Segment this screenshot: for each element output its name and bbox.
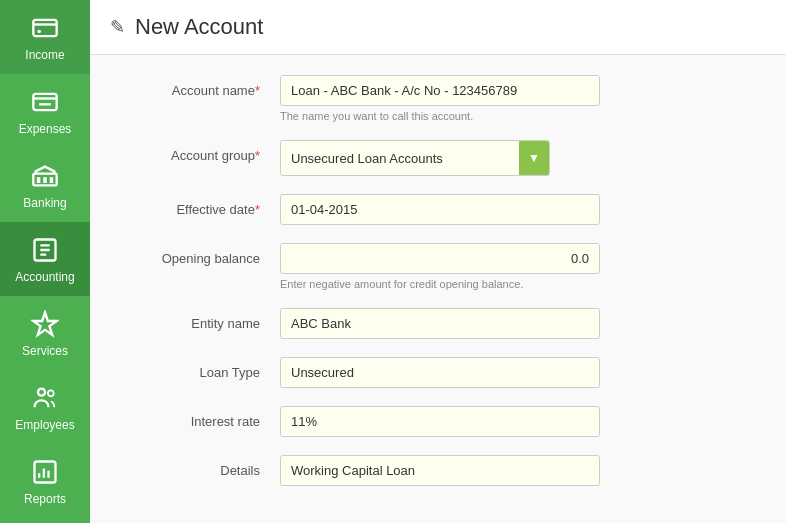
interest-rate-field [280,406,600,437]
account-name-label: Account name* [120,75,280,98]
sidebar-item-accounting[interactable]: Accounting [0,222,90,296]
expenses-icon [29,86,61,118]
sidebar-item-expenses-label: Expenses [19,122,72,136]
entity-name-label: Entity name [120,308,280,331]
sidebar-item-reports-label: Reports [24,492,66,506]
details-input[interactable] [280,455,600,486]
details-label: Details [120,455,280,478]
opening-balance-hint: Enter negative amount for credit opening… [280,278,600,290]
account-name-field: The name you want to call this account. [280,75,600,122]
interest-rate-label: Interest rate [120,406,280,429]
account-name-row: Account name* The name you want to call … [120,75,756,122]
svg-point-1 [37,30,41,34]
svg-point-8 [38,389,45,396]
sidebar-item-services[interactable]: Services [0,296,90,370]
loan-type-input[interactable] [280,357,600,388]
effective-date-field [280,194,600,225]
select-arrow-icon[interactable]: ▼ [519,141,549,175]
loan-type-row: Loan Type [120,357,756,388]
interest-rate-row: Interest rate [120,406,756,437]
account-group-label: Account group* [120,140,280,163]
sidebar-item-income-label: Income [25,48,64,62]
loan-type-label: Loan Type [120,357,280,380]
banking-icon [29,160,61,192]
svg-rect-5 [43,177,47,183]
loan-type-field [280,357,600,388]
sidebar-item-banking-label: Banking [23,196,66,210]
svg-rect-6 [50,177,54,183]
sidebar-item-employees-label: Employees [15,418,74,432]
details-row: Details [120,455,756,486]
employees-icon [29,382,61,414]
opening-balance-input[interactable] [280,243,600,274]
effective-date-input[interactable] [280,194,600,225]
sidebar: Income Expenses Banking Accounting Servi… [0,0,90,523]
interest-rate-input[interactable] [280,406,600,437]
entity-name-input[interactable] [280,308,600,339]
effective-date-label: Effective date* [120,194,280,217]
sidebar-item-income[interactable]: Income [0,0,90,74]
sidebar-item-reports[interactable]: Reports [0,444,90,518]
account-group-select[interactable]: Unsecured Loan AccountsSecured Loan Acco… [281,144,519,173]
sidebar-item-accounting-label: Accounting [15,270,74,284]
sidebar-item-employees[interactable]: Employees [0,370,90,444]
accounting-icon [29,234,61,266]
main-content: ✎ New Account Account name* The name you… [90,0,786,523]
svg-rect-2 [33,94,56,110]
account-name-input[interactable] [280,75,600,106]
opening-balance-row: Opening balance Enter negative amount fo… [120,243,756,290]
services-icon [29,308,61,340]
details-field [280,455,600,486]
svg-rect-4 [37,177,41,183]
entity-name-row: Entity name [120,308,756,339]
entity-name-field [280,308,600,339]
opening-balance-field: Enter negative amount for credit opening… [280,243,600,290]
sidebar-item-services-label: Services [22,344,68,358]
effective-date-row: Effective date* [120,194,756,225]
page-header: ✎ New Account [90,0,786,55]
svg-rect-0 [33,20,56,36]
new-account-form: Account name* The name you want to call … [90,55,786,523]
page-title: New Account [135,14,263,40]
account-group-field: Unsecured Loan AccountsSecured Loan Acco… [280,140,600,176]
account-group-select-wrapper: Unsecured Loan AccountsSecured Loan Acco… [280,140,550,176]
sidebar-item-banking[interactable]: Banking [0,148,90,222]
edit-icon: ✎ [110,16,125,38]
account-group-row: Account group* Unsecured Loan AccountsSe… [120,140,756,176]
sidebar-item-expenses[interactable]: Expenses [0,74,90,148]
opening-balance-label: Opening balance [120,243,280,266]
reports-icon [29,456,61,488]
account-name-hint: The name you want to call this account. [280,110,600,122]
svg-point-9 [48,390,54,396]
income-icon [29,12,61,44]
